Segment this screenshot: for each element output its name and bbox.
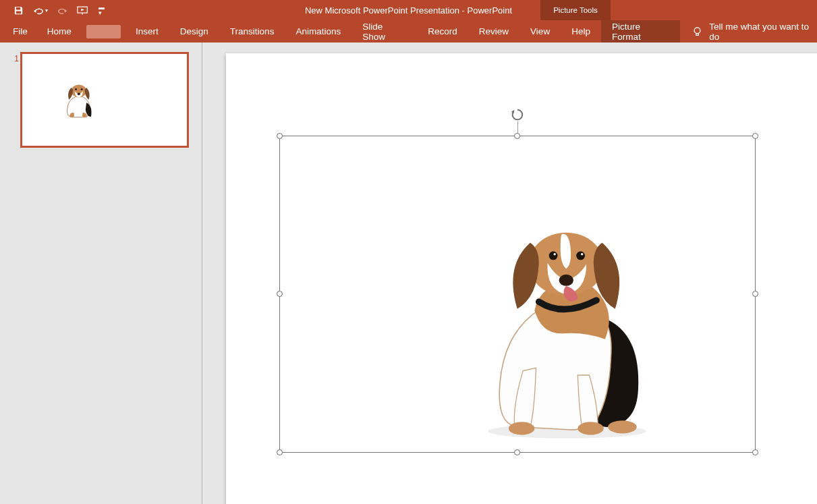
redo-icon xyxy=(57,5,67,16)
undo-button[interactable]: ▾ xyxy=(33,5,48,16)
tab-label: Slide Show xyxy=(362,22,406,42)
tab-label: Picture Format xyxy=(612,22,669,42)
tab-label: Help xyxy=(571,26,590,36)
svg-point-14 xyxy=(577,422,603,435)
tab-view[interactable]: View xyxy=(519,20,561,43)
handle-s[interactable] xyxy=(514,449,520,455)
window-title: New Microsoft PowerPoint Presentation - … xyxy=(0,5,817,16)
dog-thumbnail-icon xyxy=(59,82,97,120)
tab-hidden-highlight xyxy=(86,25,121,38)
svg-point-13 xyxy=(509,422,534,435)
tab-animations[interactable]: Animations xyxy=(285,20,351,43)
tab-slideshow[interactable]: Slide Show xyxy=(351,20,417,43)
tab-design[interactable]: Design xyxy=(169,20,219,43)
tab-label: Design xyxy=(180,26,208,36)
tab-picture-format[interactable]: Picture Format xyxy=(601,20,680,43)
tab-label: Record xyxy=(428,26,457,36)
tab-label: Review xyxy=(479,26,509,36)
tab-file[interactable]: File xyxy=(0,20,36,43)
ribbon-tabs: File Home Insert Design Transitions Anim… xyxy=(0,20,817,43)
tab-review[interactable]: Review xyxy=(468,20,519,43)
slide-surface[interactable] xyxy=(226,53,817,504)
tab-transitions[interactable]: Transitions xyxy=(219,20,285,43)
lightbulb-icon xyxy=(692,26,702,37)
svg-point-9 xyxy=(549,252,558,260)
svg-point-8 xyxy=(559,275,573,286)
selected-picture-frame[interactable] xyxy=(279,136,756,453)
title-sep: - xyxy=(459,5,468,16)
rotate-icon xyxy=(510,108,525,121)
save-icon xyxy=(13,5,24,16)
svg-point-3 xyxy=(78,93,80,95)
svg-point-5 xyxy=(81,88,83,90)
slide-thumbnail-row: 1 xyxy=(9,52,192,148)
tab-insert[interactable]: Insert xyxy=(125,20,169,43)
quick-access-toolbar: ▾ ▬▾ xyxy=(0,5,105,16)
start-from-beginning-button[interactable] xyxy=(77,5,89,16)
contextual-tab-group: Picture Tools xyxy=(540,0,611,20)
slide-navigator[interactable]: 1 xyxy=(0,43,202,504)
tab-record[interactable]: Record xyxy=(417,20,468,43)
dog-picture[interactable] xyxy=(469,224,658,440)
handle-n[interactable] xyxy=(514,133,520,139)
svg-point-1 xyxy=(694,27,700,33)
customize-qat-button[interactable]: ▬▾ xyxy=(98,5,105,16)
presentation-icon xyxy=(77,5,89,16)
tell-me-search[interactable]: Tell me what you want to do xyxy=(692,22,817,42)
tab-label: File xyxy=(13,26,28,36)
app-name: PowerPoint xyxy=(468,5,512,16)
title-bar: ▾ ▬▾ New Microsoft PowerPoint Presentati… xyxy=(0,0,817,20)
handle-e[interactable] xyxy=(752,291,758,297)
undo-icon xyxy=(33,5,44,16)
tab-label: Home xyxy=(47,26,72,36)
tab-label: View xyxy=(530,26,550,36)
overflow-icon: ▬▾ xyxy=(98,5,105,16)
handle-se[interactable] xyxy=(752,449,758,455)
tell-me-placeholder: Tell me what you want to do xyxy=(709,22,817,42)
tab-label: Animations xyxy=(295,26,341,36)
slide-canvas-area[interactable] xyxy=(202,43,817,504)
tab-help[interactable]: Help xyxy=(561,20,601,43)
tab-home[interactable]: Home xyxy=(36,20,82,43)
doc-name: New Microsoft PowerPoint Presentation xyxy=(305,5,459,16)
svg-point-10 xyxy=(576,252,585,260)
svg-point-12 xyxy=(581,253,583,255)
svg-point-11 xyxy=(553,253,555,255)
contextual-tab-group-label: Picture Tools xyxy=(553,6,598,14)
tab-label: Insert xyxy=(136,26,159,36)
handle-w[interactable] xyxy=(277,291,283,297)
workspace: 1 xyxy=(0,43,817,504)
chevron-down-icon: ▾ xyxy=(45,7,48,13)
redo-button[interactable] xyxy=(57,5,67,16)
save-button[interactable] xyxy=(13,5,24,16)
tab-label: Transitions xyxy=(230,26,275,36)
slide-thumbnail-1[interactable] xyxy=(20,52,189,148)
slide-number: 1 xyxy=(9,52,19,63)
handle-ne[interactable] xyxy=(752,133,758,139)
svg-point-15 xyxy=(608,420,637,433)
handle-sw[interactable] xyxy=(277,449,283,455)
handle-nw[interactable] xyxy=(277,133,283,139)
svg-point-4 xyxy=(75,88,77,90)
